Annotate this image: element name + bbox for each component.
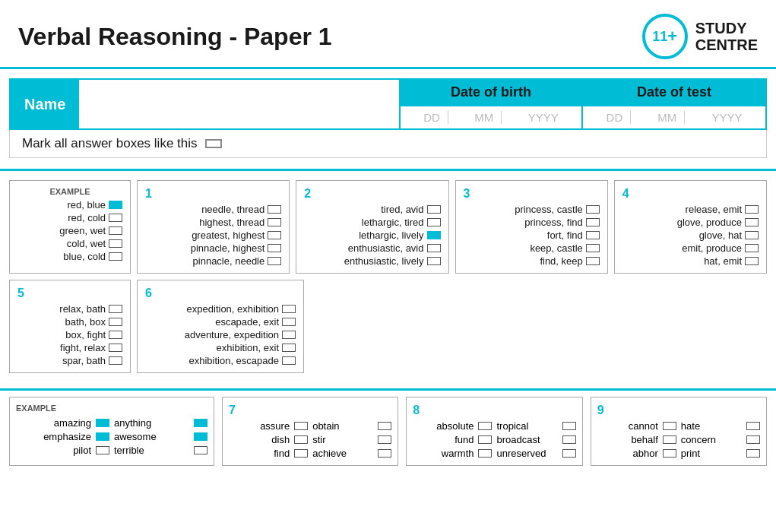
answer-box[interactable] bbox=[663, 449, 676, 458]
list-item: relax, bath bbox=[17, 303, 122, 315]
logo-number: 11 bbox=[652, 29, 667, 45]
answer-box[interactable] bbox=[96, 432, 109, 441]
answer-box[interactable] bbox=[268, 205, 281, 214]
answer-box[interactable] bbox=[663, 435, 676, 444]
item-text: princess, find bbox=[524, 217, 583, 228]
answer-box[interactable] bbox=[109, 226, 122, 235]
answer-box[interactable] bbox=[745, 257, 759, 265]
answer-box[interactable] bbox=[586, 218, 600, 226]
item-text: concern bbox=[681, 434, 742, 445]
answer-box[interactable] bbox=[268, 244, 281, 252]
answer-box[interactable] bbox=[427, 218, 441, 226]
answer-box[interactable] bbox=[663, 422, 676, 430]
answer-box[interactable] bbox=[268, 218, 281, 226]
answer-box[interactable] bbox=[427, 205, 441, 214]
answer-box[interactable] bbox=[268, 257, 281, 265]
list-item: blue, cold bbox=[17, 251, 122, 262]
list-item: green, wet bbox=[17, 225, 122, 236]
question-items: relax, bath bath, box box, fight fight, … bbox=[17, 303, 122, 366]
dot-dd[interactable]: DD bbox=[599, 111, 632, 124]
questions-row-2: 5 relax, bath bath, box box, fight fight… bbox=[9, 280, 767, 373]
answer-box[interactable] bbox=[427, 257, 441, 265]
answer-box[interactable] bbox=[109, 214, 122, 222]
answer-box[interactable] bbox=[562, 449, 576, 458]
item-text: release, emit bbox=[686, 204, 742, 215]
item-text: exhibition, exit bbox=[217, 342, 279, 353]
answer-box[interactable] bbox=[282, 331, 296, 339]
answer-box[interactable] bbox=[378, 422, 391, 430]
item-text: stir bbox=[312, 434, 373, 445]
answer-box[interactable] bbox=[745, 218, 759, 226]
answer-box[interactable] bbox=[294, 435, 308, 444]
answer-box[interactable] bbox=[586, 231, 600, 239]
name-input-area[interactable] bbox=[79, 80, 399, 128]
answer-box[interactable] bbox=[746, 449, 760, 458]
question-items: princess, castle princess, find fort, fi… bbox=[464, 204, 600, 267]
answer-box[interactable] bbox=[109, 239, 122, 248]
answer-box[interactable] bbox=[745, 244, 759, 252]
answer-box[interactable] bbox=[746, 435, 760, 444]
answer-box[interactable] bbox=[109, 305, 122, 313]
list-item: needle, thread bbox=[145, 204, 281, 215]
answer-box[interactable] bbox=[109, 356, 122, 365]
question-number: 8 bbox=[413, 404, 575, 417]
answer-box[interactable] bbox=[282, 318, 296, 326]
answer-box[interactable] bbox=[268, 231, 281, 239]
answer-box[interactable] bbox=[562, 422, 576, 430]
answer-box[interactable] bbox=[378, 435, 391, 444]
dot-yyyy[interactable]: YYYY bbox=[704, 111, 749, 124]
answer-box[interactable] bbox=[194, 446, 207, 454]
answer-box[interactable] bbox=[586, 244, 600, 252]
answer-box[interactable] bbox=[478, 435, 492, 444]
answer-box[interactable] bbox=[746, 422, 760, 430]
answer-box[interactable] bbox=[282, 344, 296, 352]
answer-box[interactable] bbox=[282, 356, 296, 365]
answer-box[interactable] bbox=[427, 231, 441, 239]
answer-box[interactable] bbox=[109, 344, 122, 352]
answer-box[interactable] bbox=[378, 449, 391, 458]
answer-box[interactable] bbox=[586, 257, 600, 265]
bottom-divider bbox=[0, 388, 776, 391]
dot-mm[interactable]: MM bbox=[650, 111, 685, 124]
item-text: emphasize bbox=[16, 431, 91, 442]
answer-box[interactable] bbox=[194, 432, 207, 441]
bottom-row: EXAMPLE amazing anything emphasize aweso… bbox=[9, 397, 767, 466]
answer-box[interactable] bbox=[282, 305, 296, 313]
answer-box[interactable] bbox=[745, 231, 759, 239]
list-item: pinnacle, needle bbox=[145, 255, 281, 267]
answer-box-example bbox=[205, 139, 222, 148]
answer-box[interactable] bbox=[478, 422, 492, 430]
answer-box[interactable] bbox=[562, 435, 576, 444]
mid-divider bbox=[0, 169, 776, 171]
answer-box[interactable] bbox=[294, 449, 308, 458]
item-text: lethargic, lively bbox=[359, 230, 423, 241]
item-text: cold, wet bbox=[67, 238, 106, 249]
date-of-birth-fields: DD MM YYYY bbox=[401, 106, 581, 128]
list-item: princess, castle bbox=[464, 204, 600, 215]
item-text: box, fight bbox=[65, 329, 106, 340]
dob-mm[interactable]: MM bbox=[467, 111, 502, 124]
answer-box[interactable] bbox=[586, 205, 600, 214]
answer-box[interactable] bbox=[478, 449, 492, 458]
list-item: princess, find bbox=[464, 217, 600, 228]
dob-dd[interactable]: DD bbox=[416, 111, 448, 124]
answer-box[interactable] bbox=[96, 446, 109, 454]
answer-box[interactable] bbox=[109, 201, 122, 209]
item-text: print bbox=[681, 448, 742, 459]
answer-box[interactable] bbox=[427, 244, 441, 252]
answer-box[interactable] bbox=[294, 422, 308, 430]
item-text: cannot bbox=[597, 420, 658, 432]
list-item: enthusiastic, avid bbox=[304, 242, 440, 254]
answer-box[interactable] bbox=[109, 331, 122, 339]
logo-circle: 11 + bbox=[642, 14, 688, 59]
item-text: fort, find bbox=[547, 230, 583, 241]
answer-box[interactable] bbox=[96, 419, 109, 427]
answer-box[interactable] bbox=[109, 318, 122, 326]
answer-box[interactable] bbox=[194, 419, 207, 427]
item-text: hate bbox=[681, 420, 742, 432]
dob-yyyy[interactable]: YYYY bbox=[521, 111, 566, 124]
answer-box[interactable] bbox=[109, 252, 122, 261]
item-text: lethargic, tired bbox=[362, 217, 424, 228]
list-item: highest, thread bbox=[145, 217, 281, 228]
answer-box[interactable] bbox=[745, 205, 759, 214]
